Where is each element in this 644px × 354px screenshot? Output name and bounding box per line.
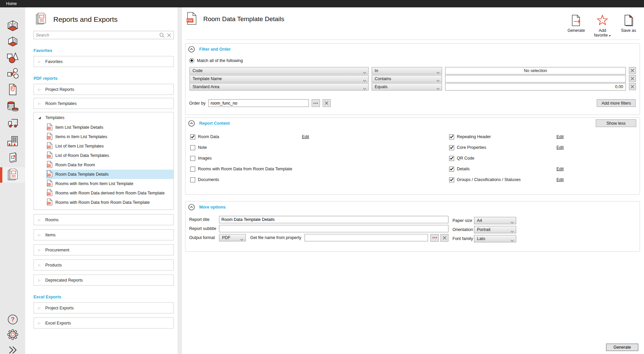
settings-button[interactable]	[0, 327, 25, 343]
clear-search-icon[interactable]	[167, 33, 171, 38]
remove-filter-button[interactable]	[629, 75, 636, 82]
group-templates[interactable]: ◢ Templates	[34, 112, 173, 123]
remove-filter-button[interactable]	[629, 67, 636, 74]
browse-property-button[interactable]	[430, 234, 439, 242]
sidebar-item-company[interactable]	[0, 134, 25, 149]
orientation-select[interactable]: Portrait	[474, 226, 516, 233]
collapse-section-icon[interactable]	[188, 46, 195, 53]
group-excel-exports[interactable]: ▷ Excel Exports	[34, 318, 173, 328]
group-items[interactable]: ▷ Items	[34, 230, 173, 240]
edit-link[interactable]: Edit	[556, 134, 564, 139]
checkbox[interactable]	[449, 145, 454, 150]
edit-link[interactable]: Edit	[556, 145, 564, 150]
report-subtitle-input[interactable]	[219, 225, 448, 232]
tree-item[interactable]: PDFItem List Template Details	[46, 123, 173, 132]
order-by-input[interactable]	[208, 99, 309, 107]
checkbox[interactable]	[190, 167, 195, 172]
content-options-right: Repeating HeaderEdit Core PropertiesEdit…	[449, 132, 644, 186]
output-format-select[interactable]: PDF	[219, 234, 246, 241]
edit-link[interactable]: Edit	[302, 134, 309, 139]
paper-size-select[interactable]: A4	[474, 217, 516, 224]
group-favorites[interactable]: ▷ Favorites	[34, 56, 173, 67]
output-format-label: Output format	[189, 235, 219, 240]
checkbox[interactable]	[449, 167, 454, 172]
room-icon	[6, 20, 19, 34]
sidebar-item-room-design[interactable]	[0, 35, 25, 50]
search-input[interactable]	[36, 33, 157, 38]
tree-item[interactable]: PDFList of Room Data Templates	[46, 151, 173, 160]
file-name-property-label: Get file name from property	[250, 235, 301, 240]
browse-property-button[interactable]	[312, 99, 320, 107]
collapse-section-icon[interactable]	[188, 120, 195, 127]
sidebar-item-data[interactable]	[0, 99, 25, 114]
report-title-input[interactable]	[219, 216, 448, 223]
checkbox[interactable]	[190, 134, 195, 139]
report-detail-panel: PDF Room Data Template Details Generate …	[182, 7, 644, 354]
tree-item[interactable]: PDFItems in Item List Templates	[46, 132, 173, 141]
filter-operator-select[interactable]: Equals	[372, 83, 442, 91]
show-less-button[interactable]: Show less	[596, 119, 636, 127]
filter-operator-select[interactable]: In	[372, 67, 442, 74]
group-deprecated-reports[interactable]: ▷ Deprecated Reports	[34, 275, 173, 285]
filter-rows: Code In No selection Template Name Conta…	[190, 67, 636, 91]
collapse-section-icon[interactable]	[188, 204, 195, 211]
group-project-exports[interactable]: ▷ Project Exports	[34, 303, 173, 313]
section-title: More options	[199, 205, 225, 210]
group-room-templates[interactable]: ▷ Room Templates	[34, 98, 173, 109]
page-setup-options: Paper size A4 Orientation Portrait Font …	[452, 217, 516, 244]
add-more-filters-button[interactable]: Add more filters	[597, 99, 636, 107]
checkbox[interactable]	[449, 177, 454, 182]
checkbox[interactable]	[190, 145, 195, 150]
sidebar-item-catalog[interactable]	[0, 151, 25, 166]
filter-operator-select[interactable]: Contains	[372, 75, 442, 82]
filter-value-field[interactable]	[445, 75, 626, 82]
svg-text:PDF: PDF	[47, 146, 50, 148]
clear-property-button[interactable]	[440, 234, 448, 242]
chevron-down-icon	[436, 86, 440, 91]
tree-item[interactable]: PDFRooms with Room Data from Room Data T…	[46, 198, 173, 207]
filter-value-field[interactable]: 0.00	[445, 83, 626, 91]
sidebar-item-rooms-3d[interactable]	[0, 19, 25, 35]
remove-filter-button[interactable]	[629, 83, 636, 90]
checkbox[interactable]	[449, 156, 454, 161]
checkbox[interactable]	[449, 134, 454, 139]
filter-field-select[interactable]: Code	[190, 67, 369, 74]
add-favorite-button[interactable]: Addfavorite	[594, 15, 611, 38]
edit-link[interactable]: Edit	[556, 177, 564, 182]
home-menu[interactable]: Home	[6, 1, 17, 6]
sidebar-item-attachments[interactable]	[0, 82, 25, 98]
sidebar-splitter[interactable]	[178, 7, 182, 354]
collapse-rail-button[interactable]	[0, 343, 25, 354]
match-all-radio[interactable]	[189, 58, 194, 63]
sidebar-item-logistics[interactable]	[0, 116, 25, 132]
tree-item-selected[interactable]: PDFRoom Data Template Details	[46, 170, 173, 179]
filter-field-select[interactable]: Standard Area	[190, 83, 369, 91]
save-as-button[interactable]: Save as	[620, 15, 637, 38]
group-products[interactable]: ▷ Products	[34, 260, 173, 270]
help-button[interactable]: ?	[0, 312, 25, 328]
clear-order-by-button[interactable]	[323, 99, 331, 107]
checkbox[interactable]	[190, 156, 195, 161]
sidebar-item-reports[interactable]	[0, 167, 25, 183]
filter-value-field[interactable]: No selection	[445, 67, 626, 74]
checkbox[interactable]	[190, 177, 195, 182]
sidebar-item-products[interactable]	[0, 51, 25, 66]
search-icon[interactable]	[159, 33, 165, 38]
tree-item[interactable]: PDFList of Item List Templates	[46, 141, 173, 151]
sidebar-item-classifications[interactable]	[0, 66, 25, 82]
generate-toolbar-button[interactable]: Generate	[568, 15, 585, 38]
generate-button[interactable]: Generate	[606, 344, 638, 351]
group-rooms[interactable]: ▷ Rooms	[34, 215, 173, 225]
filter-field-select[interactable]: Template Name	[190, 75, 369, 82]
edit-link[interactable]: Edit	[556, 167, 564, 171]
tree-item[interactable]: PDFRooms with Items from Item List Templ…	[46, 179, 173, 188]
group-procurement[interactable]: ▷ Procurement	[34, 245, 173, 255]
svg-text:PDF: PDF	[47, 165, 50, 167]
page-title: Reports and Exports	[53, 15, 117, 23]
tree-item[interactable]: PDFRooms with Room Data derived from Roo…	[46, 188, 173, 198]
tree-item[interactable]: PDFRoom Data for Room	[46, 160, 173, 170]
font-family-select[interactable]: Lato	[474, 235, 516, 242]
match-all-label: Match all of the following	[197, 58, 243, 63]
group-project-reports[interactable]: ▷ Project Reports	[34, 84, 173, 95]
file-name-property-input[interactable]	[305, 234, 428, 241]
